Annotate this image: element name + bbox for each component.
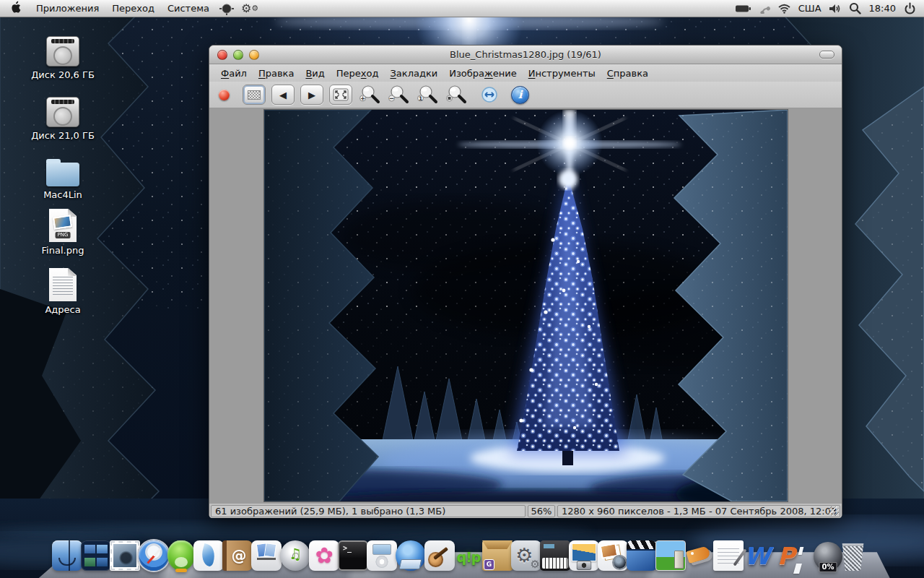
flip-icon	[481, 86, 498, 103]
clock[interactable]: 18:40	[865, 0, 900, 17]
ipod-icon[interactable]	[367, 540, 397, 571]
wifi-icon[interactable]	[774, 4, 795, 14]
menubar-applications[interactable]: Приложения	[30, 0, 105, 17]
desktop-icon-label: Диск 21,0 ГБ	[28, 130, 97, 141]
midi-keyboard-icon[interactable]	[540, 540, 570, 571]
back-button[interactable]: ◀	[271, 85, 295, 105]
word-icon[interactable]	[742, 540, 772, 571]
menu-tools[interactable]: Инструменты	[523, 64, 601, 82]
thumbnails-button[interactable]	[243, 85, 266, 105]
network-monitor-icon[interactable]: 0%	[814, 542, 842, 571]
forward-icon: ▶	[308, 90, 315, 100]
gears-icon[interactable]: ⚙⚙	[237, 1, 262, 15]
photo-blue-christmas[interactable]	[264, 110, 788, 501]
tags-icon[interactable]	[684, 540, 715, 571]
speaker-icon[interactable]	[825, 4, 845, 14]
qip-icon[interactable]	[453, 540, 484, 571]
menu-image[interactable]: Изображение	[443, 64, 523, 82]
network-orb-icon[interactable]	[216, 2, 237, 15]
image-viewer-window: Blue_Christmas1280.jpg (19/61) ФайлПравк…	[209, 45, 842, 518]
toast-icon[interactable]	[251, 540, 282, 571]
menu-edit[interactable]: Правка	[253, 64, 300, 82]
safari-icon[interactable]	[139, 540, 169, 571]
titlebar[interactable]: Blue_Christmas1280.jpg (19/61)	[209, 46, 842, 64]
flower-icon[interactable]	[309, 540, 339, 571]
finder-icon[interactable]	[52, 540, 82, 571]
network-places-icon[interactable]	[396, 540, 426, 571]
status-image-info: 1280 x 960 пикселов - 1,3 МБ - 07 Сентяб…	[557, 505, 840, 517]
record-orb-icon[interactable]	[219, 90, 230, 100]
zoom-out-icon: −	[388, 85, 409, 105]
itunes-icon[interactable]	[280, 540, 310, 571]
keyboard-layout[interactable]: США	[795, 0, 825, 17]
minimize-button[interactable]	[233, 50, 243, 60]
desktop-icon-label: Mac4Lin	[28, 189, 97, 200]
flip-button[interactable]	[478, 84, 501, 105]
feather-icon[interactable]	[193, 540, 224, 571]
status-zoom-level: 56%	[528, 505, 555, 517]
menu-bookmarks[interactable]: Закладки	[384, 64, 443, 82]
text-file-icon	[49, 268, 77, 301]
toolbar: ◀ ▶ + − 1 i	[209, 82, 842, 108]
maximize-button[interactable]	[249, 50, 259, 60]
phone-icon[interactable]	[755, 4, 774, 14]
spaces-icon[interactable]	[81, 540, 111, 571]
desktop-icon-disk2[interactable]: Диск 21,0 ГБ	[28, 94, 97, 141]
mail-icon[interactable]	[110, 540, 140, 571]
iphoto-icon[interactable]	[569, 540, 599, 571]
menu-go[interactable]: Переход	[331, 64, 385, 82]
fit-window-icon	[333, 88, 349, 101]
statusbar: 61 изображений (25,9 МБ), 1 выбрано (1,3…	[209, 503, 842, 518]
battery-icon[interactable]	[731, 4, 755, 13]
desktop-icon-label: Final.png	[28, 245, 97, 256]
menubar-places[interactable]: Переход	[105, 0, 161, 17]
photo-booth-icon[interactable]	[598, 540, 628, 571]
dock-road-separator	[791, 545, 808, 574]
desktop-icon-disk1[interactable]: Диск 20,6 ГБ	[28, 33, 97, 80]
desktop-icon-label: Адреса	[28, 304, 97, 315]
desktop-icon-label: Диск 20,6 ГБ	[28, 69, 97, 80]
status-file-count: 61 изображений (25,9 МБ), 1 выбрано (1,3…	[211, 505, 526, 517]
zoom-1to1-button[interactable]: 1	[416, 84, 439, 105]
dock: 0%	[0, 532, 924, 578]
desktop-icon-mac4lin[interactable]: Mac4Lin	[28, 153, 97, 200]
adium-icon[interactable]	[167, 540, 195, 571]
info-button[interactable]: i	[511, 86, 529, 104]
menu-file[interactable]: Файл	[215, 64, 253, 82]
desktop-icon-addresses[interactable]: Адреса	[28, 268, 97, 315]
apple-menu[interactable]	[0, 0, 30, 17]
menubar-system[interactable]: Система	[161, 0, 216, 17]
apple-icon	[10, 1, 21, 16]
forward-button[interactable]: ▶	[300, 85, 323, 105]
package-icon[interactable]	[482, 540, 513, 571]
hard-disk-icon	[46, 97, 79, 127]
menu-view[interactable]: Вид	[300, 64, 330, 82]
power-icon[interactable]	[900, 2, 920, 14]
zoom-fit-button[interactable]	[445, 84, 468, 105]
trash-icon[interactable]	[841, 543, 865, 571]
menu-help[interactable]: Справка	[601, 64, 654, 82]
shade-button[interactable]	[819, 51, 834, 59]
zoom-1to1-icon: 1	[417, 85, 438, 105]
close-button[interactable]	[217, 50, 227, 60]
window-menubar: ФайлПравкаВидПереходЗакладкиИзображениеИ…	[209, 64, 842, 82]
textedit-icon[interactable]	[713, 540, 744, 571]
zoom-fit-icon	[445, 85, 467, 105]
windows-vm-icon[interactable]	[655, 540, 686, 571]
fit-window-button[interactable]	[329, 85, 352, 105]
dock-icons-left	[53, 540, 801, 571]
garageband-icon[interactable]	[424, 540, 455, 571]
dock-icons-right: 0%	[814, 541, 864, 571]
address-book-icon[interactable]	[222, 540, 253, 571]
zoom-in-button[interactable]: +	[358, 84, 381, 105]
search-icon[interactable]	[845, 2, 865, 14]
zoom-out-button[interactable]: −	[387, 84, 410, 105]
image-file-icon: PNG	[49, 209, 77, 242]
desktop: Приложения Переход Система ⚙⚙ США	[0, 0, 924, 578]
imovie-icon[interactable]	[627, 540, 657, 571]
folder-icon	[46, 163, 79, 186]
system-preferences-icon[interactable]	[511, 540, 541, 571]
terminal-icon[interactable]	[338, 540, 368, 571]
resize-grip[interactable]	[829, 506, 839, 516]
desktop-icon-final-png[interactable]: PNG Final.png	[28, 209, 97, 256]
